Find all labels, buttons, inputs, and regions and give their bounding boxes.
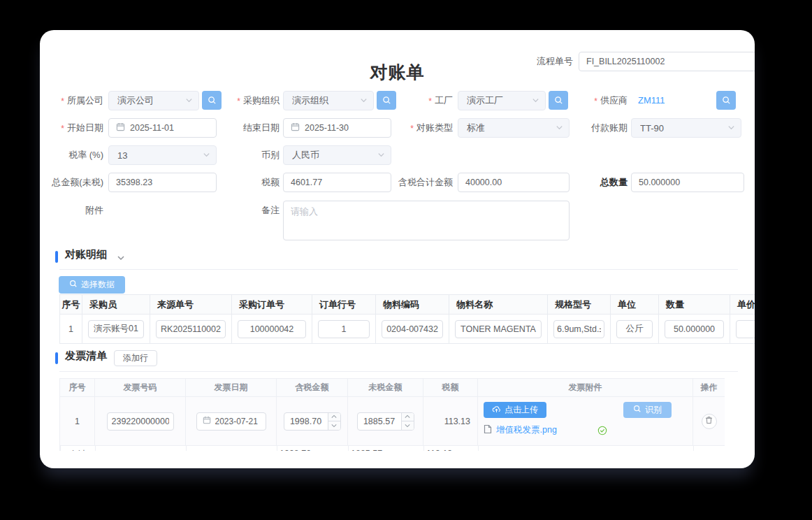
- col-header: 发票日期: [186, 379, 277, 397]
- invoice-table: 序号 发票号码 发票日期 含税金额 未税金额 税额 发票附件 操作 1 2023…: [59, 378, 725, 451]
- document-icon: [484, 424, 492, 436]
- step-up-icon: [328, 413, 340, 421]
- end-date-input[interactable]: 2025-11-30: [283, 118, 391, 138]
- tax-rate-label: 税率 (%): [68, 149, 103, 161]
- chevron-down-icon: [185, 96, 193, 106]
- recon-type-select[interactable]: 标准: [458, 118, 570, 138]
- currency-label: 币别: [261, 149, 280, 161]
- divider: [59, 371, 738, 372]
- supplier-label: 供应商: [594, 94, 628, 107]
- invoice-file-link[interactable]: 增值税发票.png: [484, 424, 557, 436]
- chevron-down-icon: [556, 123, 563, 133]
- calendar-icon: [116, 122, 125, 133]
- currency-select[interactable]: 人民币: [283, 145, 391, 165]
- tax-amount-input[interactable]: [283, 173, 391, 192]
- total-untaxed-label: 总金额(未税): [52, 176, 103, 189]
- collapse-chevron-icon[interactable]: [117, 252, 125, 265]
- detail-source-no-input[interactable]: [156, 320, 226, 338]
- col-header: 采购员: [82, 295, 150, 315]
- invoice-table-row: 1 2023-07-21 1998.70: [60, 397, 725, 446]
- flow-no-label: 流程单号: [523, 52, 573, 71]
- remark-textarea[interactable]: [283, 201, 570, 240]
- summary-label: 合计: [61, 446, 96, 451]
- detail-price-input[interactable]: [736, 320, 755, 338]
- cloud-upload-icon: [492, 405, 501, 416]
- stepper-arrows[interactable]: [328, 413, 340, 430]
- recognize-button[interactable]: 识别: [623, 402, 672, 418]
- row-seq: 1: [60, 324, 82, 334]
- supplier-search-button[interactable]: [716, 91, 736, 110]
- detail-spec-input[interactable]: [553, 320, 604, 338]
- add-row-button[interactable]: 添加行: [114, 350, 157, 366]
- col-header: 操作: [693, 379, 725, 397]
- purchase-org-select[interactable]: 演示组织: [283, 91, 374, 110]
- detail-table: 序号 采购员 来源单号 采购订单号 订单行号 物料编码 物料名称 规格型号 单位…: [59, 294, 755, 344]
- summary-amount-with-tax: 1998.70: [277, 446, 349, 451]
- company-label: 所属公司: [61, 94, 103, 107]
- total-qty-label: 总数量: [600, 176, 628, 189]
- detail-material-name-input[interactable]: [455, 320, 542, 338]
- chevron-down-icon: [727, 123, 735, 133]
- col-header: 来源单号: [150, 295, 232, 315]
- detail-buyer-input[interactable]: [88, 320, 144, 338]
- col-header: 物料编码: [376, 295, 449, 315]
- trash-icon: [705, 416, 713, 426]
- col-header: 单位: [611, 295, 659, 315]
- end-date-label: 结束日期: [243, 122, 280, 134]
- check-circle-icon: [597, 426, 607, 435]
- chevron-down-icon: [532, 96, 539, 106]
- col-header: 序号: [60, 379, 95, 397]
- start-date-input[interactable]: 2025-11-01: [108, 118, 217, 138]
- factory-label: 工厂: [428, 94, 453, 107]
- col-header: 发票附件: [478, 379, 693, 397]
- factory-select[interactable]: 演示工厂: [458, 91, 546, 110]
- detail-table-header: 序号 采购员 来源单号 采购订单号 订单行号 物料编码 物料名称 规格型号 单位…: [60, 295, 755, 315]
- col-header: 序号: [60, 295, 82, 315]
- col-header: 税额: [423, 379, 478, 397]
- amount-with-tax-stepper[interactable]: 1998.70: [284, 412, 341, 431]
- attachment-label: 附件: [85, 204, 103, 217]
- amount-untaxed-stepper[interactable]: 1885.57: [357, 412, 414, 431]
- start-date-label: 开始日期: [61, 122, 103, 134]
- invoice-date-input[interactable]: 2023-07-21: [196, 412, 266, 431]
- tax-rate-select[interactable]: 13: [108, 145, 217, 165]
- supplier-value-link[interactable]: ZM111: [638, 95, 665, 106]
- divider: [59, 269, 738, 270]
- company-select[interactable]: 演示公司: [108, 91, 199, 110]
- total-with-tax-input[interactable]: [458, 173, 570, 192]
- select-data-button[interactable]: 选择数据: [59, 276, 125, 294]
- invoice-no-input[interactable]: [107, 412, 174, 431]
- search-icon: [633, 405, 641, 415]
- detail-po-line-input[interactable]: [318, 320, 370, 338]
- invoice-summary-row: 合计 1998.70 1885.57 113.13: [60, 446, 725, 451]
- remark-label: 备注: [261, 204, 280, 217]
- flow-no-input[interactable]: [579, 52, 755, 71]
- chevron-down-icon: [203, 150, 210, 161]
- detail-section-bar: [55, 251, 58, 263]
- detail-qty-input[interactable]: [665, 320, 724, 338]
- total-qty-input[interactable]: [631, 173, 744, 192]
- delete-row-button[interactable]: [702, 414, 717, 429]
- upload-button[interactable]: 点击上传: [484, 402, 546, 418]
- col-header: 单价: [730, 295, 755, 315]
- detail-material-code-input[interactable]: [382, 320, 443, 338]
- total-untaxed-input[interactable]: [108, 173, 217, 192]
- purchase-org-label: 采购组织: [237, 94, 280, 107]
- payment-term-label: 付款账期: [591, 122, 628, 134]
- reconciliation-card: 对账单 流程单号 所属公司 演示公司 采购组织 演示组织 工厂 演示工厂 供应商…: [40, 30, 755, 468]
- stepper-arrows[interactable]: [401, 413, 414, 430]
- detail-po-no-input[interactable]: [238, 320, 306, 338]
- detail-unit-input[interactable]: [616, 320, 653, 338]
- invoice-section-bar: [55, 352, 58, 364]
- tax-amount-label: 税额: [261, 176, 280, 189]
- col-header: 采购订单号: [232, 295, 312, 315]
- detail-section-title: 对账明细: [65, 248, 107, 261]
- row-tax-value: 113.13: [423, 397, 478, 446]
- chevron-down-icon: [377, 150, 385, 161]
- step-down-icon: [402, 421, 414, 430]
- payment-term-select[interactable]: TT-90: [631, 118, 741, 138]
- col-header: 物料名称: [449, 295, 548, 315]
- col-header: 订单行号: [312, 295, 376, 315]
- summary-tax: 113.13: [424, 446, 479, 451]
- step-up-icon: [402, 413, 414, 421]
